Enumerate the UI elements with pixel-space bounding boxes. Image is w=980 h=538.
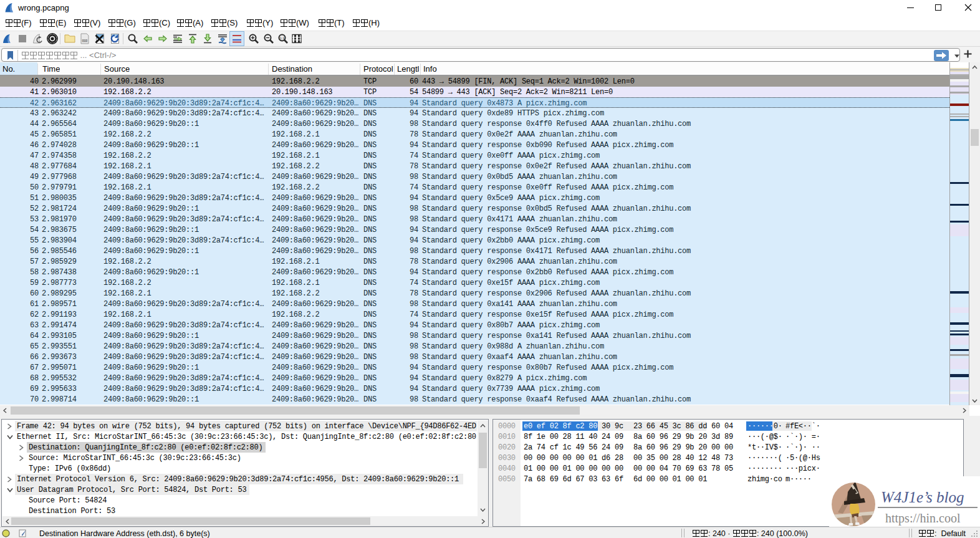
svg-text:010: 010	[82, 39, 88, 42]
svg-text:https://hin.cool: https://hin.cool	[885, 511, 961, 526]
svg-text:1:1: 1:1	[280, 36, 285, 40]
svg-text:W4J1e’s blog: W4J1e’s blog	[881, 489, 964, 506]
